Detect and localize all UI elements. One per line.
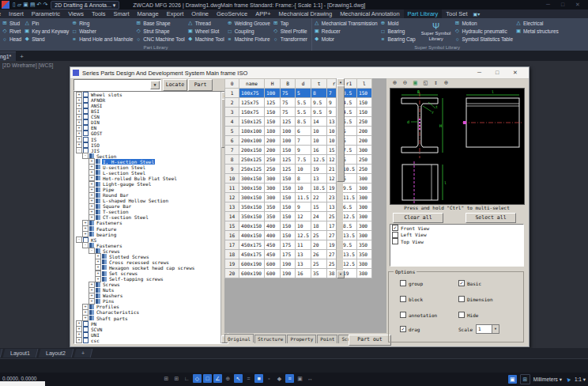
tree-item-iso[interactable]: +ISO	[74, 142, 228, 148]
locate-button[interactable]: Locate	[163, 79, 187, 91]
zoom-window-icon[interactable]: ◱	[421, 78, 430, 87]
zoom-scale-icon[interactable]: ↕	[432, 78, 440, 87]
ribbon-item-washer[interactable]: □Washer	[71, 27, 133, 35]
open-icon[interactable]: ▱	[17, 2, 21, 7]
pan-icon[interactable]: ▣	[411, 78, 420, 87]
preview-canvas[interactable]: B H r t d l	[390, 88, 525, 205]
tree-item-wheel-slots[interactable]: +Wheel slots	[74, 92, 228, 97]
column-header-name[interactable]: name	[239, 79, 265, 89]
ribbon-item-head[interactable]: ○Head	[2, 35, 21, 43]
table-row[interactable]: 1100x75100755873.5150	[225, 89, 372, 98]
option-hide[interactable]: Hide	[458, 312, 478, 318]
units-grid-icon[interactable]: ⊞	[520, 374, 530, 384]
ribbon-item-pin[interactable]: △Pin	[24, 19, 69, 27]
transparency-icon[interactable]: ■	[254, 374, 263, 383]
checkbox-icon[interactable]	[458, 296, 465, 302]
tree-item-self-tapping-screws[interactable]: +Self-tapping screws	[74, 276, 228, 282]
print-icon[interactable]: ▤	[30, 2, 36, 7]
redo-icon[interactable]: ↷	[43, 2, 47, 7]
table-row[interactable]: 3150x75150755.59.594.5150	[225, 108, 372, 117]
search-combo[interactable]: ▼	[74, 79, 161, 91]
tree-item-hot-rolled-bulb-flat-steel[interactable]: +Hot-rolled Bulb Flat Steel	[74, 176, 228, 181]
ribbon-item-motor[interactable]: ◆Motor	[314, 35, 378, 43]
annotation-icon[interactable]: ◆	[275, 374, 284, 383]
scale-combo[interactable]: 1 ▼	[476, 324, 499, 334]
table-row[interactable]: 5180x100180100610105200	[225, 127, 372, 136]
table-row[interactable]: 2125x75125755.59.594.5150	[225, 98, 372, 108]
tree-item-is[interactable]: +IS	[74, 137, 228, 142]
ribbon-item-strut-shape[interactable]: ◇Strut Shape	[135, 27, 184, 35]
tree-item-en[interactable]: +EN	[74, 125, 228, 131]
table-row[interactable]: 14350x15035015012242512.5300	[225, 212, 372, 221]
checkbox-icon[interactable]: ✓	[400, 326, 406, 332]
tree-item-feature[interactable]: +Feature	[74, 226, 228, 232]
tree-item-ct-section-steel[interactable]: +CT-section Steel	[74, 214, 228, 220]
tree-item-ansi[interactable]: +ANSI	[74, 103, 228, 108]
ribbon-item-transformer[interactable]: ○Transformer	[273, 35, 307, 43]
checkbox-icon[interactable]	[392, 232, 398, 238]
tab-drawing1[interactable]: Drawing1*	[0, 51, 16, 61]
grid-icon[interactable]: ⊞	[162, 374, 171, 383]
tree-item-scvn[interactable]: +SCVN	[74, 327, 228, 332]
tree-item-fasteners[interactable]: +Fasteners	[74, 220, 228, 225]
menu-tool-set[interactable]: Tool Set	[442, 9, 471, 18]
zoom-extents-icon[interactable]: ⊕	[442, 78, 450, 87]
model-space-icon[interactable]: ▣	[508, 375, 517, 384]
polar-icon[interactable]: ◇	[193, 374, 202, 383]
menu-part-library[interactable]: Part Library	[404, 9, 443, 18]
menu-app-[interactable]: APP+	[251, 9, 274, 18]
tab-property[interactable]: Property	[287, 335, 316, 343]
table-row[interactable]: 11300x1503001501018.5199.5300	[225, 184, 372, 193]
super-symbol-library-button[interactable]: ΨSuper Symbol Library	[420, 19, 452, 44]
undo-icon[interactable]: ↶	[37, 2, 42, 7]
table-row[interactable]: 19600x19060019013252512.5380	[225, 259, 372, 269]
menu-smart[interactable]: Smart	[110, 9, 134, 18]
option-basic[interactable]: ✓Basic	[458, 280, 481, 286]
column-header-d[interactable]: d	[296, 79, 311, 89]
dyninput-icon[interactable]: ↖	[234, 374, 243, 383]
save-icon[interactable]: ▣	[23, 2, 28, 7]
workspace-icon[interactable]: ≡	[285, 374, 294, 383]
cycling-icon[interactable]: ▫	[265, 374, 273, 383]
ribbon-item-hydraulic-pneumatic[interactable]: ◇Hydraulic pneumatic	[454, 27, 513, 35]
scale-dropdown[interactable]: 1:1 ▾	[575, 377, 586, 383]
table-row[interactable]: 15400x1504001501018178.5300	[225, 221, 372, 231]
part-out-button[interactable]: Part out	[349, 335, 391, 346]
ribbon-item-machine-tool[interactable]: ◆Machine Tool	[187, 35, 224, 43]
tree-item-section[interactable]: -Section	[74, 153, 228, 159]
table-row[interactable]: 8250x1252501257.512.5126250	[225, 155, 372, 165]
tree-item-i-h-section-steel[interactable]: +I, H-section Steel	[74, 159, 228, 165]
tree-expander-icon[interactable]: -	[76, 147, 82, 153]
ribbon-item-reducer[interactable]: ▣Reducer	[314, 27, 378, 35]
view-option-top-view[interactable]: Top View	[390, 238, 523, 245]
ribbon-item-symbol-statistics-table[interactable]: ○Symbol Statistics Table	[454, 35, 513, 43]
option-block[interactable]: block	[400, 296, 423, 302]
ribbon-item-cnc-machine-tool[interactable]: ○CNC Machine Tool	[135, 35, 184, 43]
zoom-out-icon[interactable]: ⊖	[401, 78, 409, 87]
tree-item-gost[interactable]: +GOST	[74, 131, 228, 136]
table-row[interactable]: 7200x150200150916157.5300	[225, 146, 372, 155]
tree-expander-icon[interactable]: -	[76, 237, 82, 243]
new-icon[interactable]: ▯	[13, 2, 16, 7]
ribbon-item-key-and-keyway[interactable]: ▣Key and Keyway	[24, 27, 69, 35]
tree-item-l-section-steel[interactable]: +L-section Steel	[74, 170, 228, 176]
scale-combo-arrow-icon[interactable]: ▼	[492, 325, 499, 333]
dialog-title-bar[interactable]: Series Parts Design And Development Syst…	[70, 67, 529, 79]
tree-item-csc[interactable]: +csc	[74, 338, 228, 343]
ortho-icon[interactable]: ∟	[183, 374, 191, 383]
ribbon-item-wheel-slot[interactable]: ▣Wheel Slot	[187, 27, 224, 35]
ribbon-item-welding-groove[interactable]: ⊕Welding Groove	[227, 19, 270, 27]
ribbon-item-bearing-cap[interactable]: ≡Bearing Cap	[380, 35, 416, 43]
table-row[interactable]: 16400x15040015012.5252713.5300	[225, 231, 372, 240]
window-buttons[interactable]: ─ □ ✕	[546, 2, 585, 8]
view-option-left-view[interactable]: Left View	[390, 232, 523, 239]
tree-item-u-section-steel[interactable]: +U-section Steel	[74, 165, 228, 170]
tree-item-csn[interactable]: +CSN	[74, 114, 228, 119]
ribbon-item-bearing[interactable]: □Bearing	[380, 27, 416, 35]
tree-item-nuts[interactable]: +Nuts	[74, 287, 228, 293]
column-header-B[interactable]: B	[281, 79, 296, 89]
tab-structure[interactable]: Structure	[254, 335, 287, 343]
column-header-t[interactable]: t	[311, 79, 327, 89]
ribbon-item-machine-fixture[interactable]: ≡Machine Fixture	[227, 35, 270, 43]
checkbox-icon[interactable]: ✓	[458, 280, 465, 286]
